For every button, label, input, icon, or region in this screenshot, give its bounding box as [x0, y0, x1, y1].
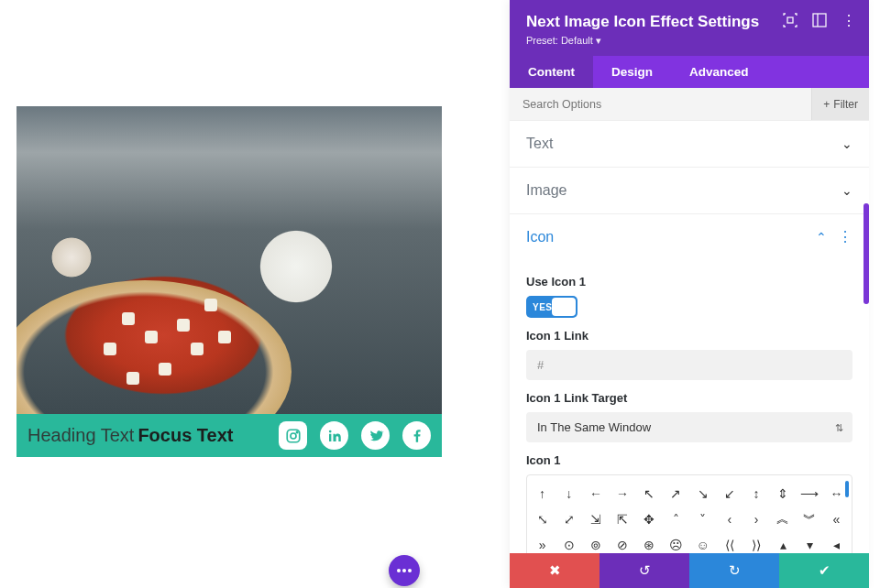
section-image: Image ⌄	[510, 168, 869, 214]
icon-circle-right[interactable]: ⊛	[636, 532, 663, 553]
section-text: Text ⌄	[510, 121, 869, 168]
icon-caret-down[interactable]: ˅	[689, 506, 716, 532]
preview-caption-bar: Heading Text Focus Text	[16, 414, 442, 457]
icon-double-left[interactable]: «	[823, 506, 850, 532]
icon-arrow-sw[interactable]: ↙	[716, 481, 742, 506]
panel-header: Next Image Icon Effect Settings Preset: …	[510, 0, 869, 56]
layout-icon[interactable]	[812, 13, 827, 27]
icon-compress-out[interactable]: ⇱	[610, 506, 636, 532]
settings-panel: Next Image Icon Effect Settings Preset: …	[510, 0, 869, 588]
preview-canvas: Heading Text Focus Text	[16, 106, 442, 457]
icon-circle-left[interactable]: ⊘	[610, 532, 636, 553]
icon-arrow-right-long[interactable]: ⟶	[797, 481, 823, 506]
preview-image	[16, 106, 442, 414]
icon-arrow-se[interactable]: ↘	[689, 481, 716, 506]
select-arrows-icon: ⇅	[835, 421, 843, 433]
icon-circle-double-right[interactable]: ⟩⟩	[742, 532, 769, 553]
icon-circle-up[interactable]: ⊙	[556, 532, 582, 553]
icon-arrow-updown2[interactable]: ⇕	[770, 481, 797, 506]
action-bar: ✖ ↺ ↻ ✔	[510, 553, 869, 588]
facebook-icon[interactable]	[402, 421, 431, 450]
search-row: + Filter	[510, 88, 869, 121]
use-icon-1-toggle[interactable]: YES	[526, 296, 578, 318]
icon-expand-ne[interactable]: ⤢	[556, 506, 582, 532]
icon-triangle-left[interactable]: ◂	[823, 532, 850, 553]
icon-arrow-right[interactable]: →	[610, 481, 636, 506]
icon-caret-up[interactable]: ˄	[663, 506, 689, 532]
fab-more-button[interactable]	[389, 555, 420, 586]
icon-1-link-input[interactable]	[526, 350, 852, 380]
save-button[interactable]: ✔	[779, 553, 869, 588]
toggle-knob	[552, 298, 576, 316]
instagram-icon[interactable]	[279, 421, 307, 450]
tab-content[interactable]: Content	[510, 56, 593, 88]
panel-scrollbar[interactable]	[864, 203, 869, 304]
use-icon-1-label: Use Icon 1	[526, 275, 852, 289]
plus-icon: +	[823, 98, 830, 111]
icon-circle-down[interactable]: ⊚	[582, 532, 609, 553]
icon-1-link-target-select[interactable]	[526, 412, 852, 442]
panel-body: Text ⌄ Image ⌄ Icon ⌃ ⋮ Use Icon 1	[510, 121, 869, 553]
twitter-icon[interactable]	[361, 421, 390, 450]
icon-arrow-ne[interactable]: ↗	[663, 481, 689, 506]
focus-mode-icon[interactable]	[783, 13, 798, 27]
icon-move[interactable]: ✥	[636, 506, 663, 532]
tab-advanced[interactable]: Advanced	[671, 56, 767, 88]
icon-arrow-left[interactable]: ←	[582, 481, 609, 506]
tab-design[interactable]: Design	[593, 56, 671, 88]
icon-arrow-nw[interactable]: ↖	[636, 481, 663, 506]
focus-text: Focus Text	[138, 425, 233, 446]
svg-point-4	[328, 430, 331, 432]
icon-triangle-up[interactable]: ▴	[770, 532, 797, 553]
icon-caret-left[interactable]: ‹	[716, 506, 742, 532]
icon-picker: ↑ ↓ ← → ↖ ↗ ↘ ↙ ↕ ⇕ ⟶ ↔	[526, 474, 852, 553]
icon-emoji-happy[interactable]: ☺	[689, 532, 716, 553]
icon-double-down[interactable]: ︾	[797, 506, 823, 532]
search-input[interactable]	[510, 98, 811, 111]
icon-arrow-down[interactable]: ↓	[556, 481, 582, 506]
redo-button[interactable]: ↻	[689, 553, 779, 588]
filter-button[interactable]: + Filter	[811, 88, 869, 120]
icon-caret-right[interactable]: ›	[742, 506, 769, 532]
icon-arrow-updown[interactable]: ↕	[742, 481, 769, 506]
icon-1-link-label: Icon 1 Link	[526, 329, 852, 343]
svg-rect-6	[813, 14, 826, 27]
section-image-header[interactable]: Image ⌄	[510, 168, 869, 213]
icon-arrow-up[interactable]: ↑	[529, 481, 556, 506]
icon-expand-nw[interactable]: ⤡	[529, 506, 556, 532]
icon-compress-in[interactable]: ⇲	[582, 506, 609, 532]
chevron-down-icon: ⌄	[842, 183, 852, 198]
section-text-header[interactable]: Text ⌄	[510, 121, 869, 167]
chevron-down-icon: ▾	[596, 35, 601, 46]
icon-double-right[interactable]: »	[529, 532, 556, 553]
social-icons-row	[279, 421, 431, 450]
icon-1-link-target-label: Icon 1 Link Target	[526, 391, 852, 405]
heading-text: Heading Text	[28, 425, 134, 446]
chevron-up-icon: ⌃	[816, 230, 827, 245]
icon-double-up[interactable]: ︽	[770, 506, 797, 532]
section-icon-header[interactable]: Icon ⌃ ⋮	[510, 214, 869, 260]
section-icon: Icon ⌃ ⋮ Use Icon 1 YES Icon 1 Link	[510, 214, 869, 553]
icon-picker-scrollbar[interactable]	[845, 481, 849, 497]
icon-emoji-sad[interactable]: ☹	[663, 532, 689, 553]
caption-text: Heading Text Focus Text	[28, 425, 233, 446]
panel-tabs: Content Design Advanced	[510, 56, 869, 88]
kebab-menu-icon[interactable]: ⋮	[842, 13, 856, 27]
icon-1-picker-label: Icon 1	[526, 453, 852, 467]
cancel-button[interactable]: ✖	[510, 553, 600, 588]
preset-row[interactable]: Preset: Default ▾	[526, 35, 852, 47]
chevron-down-icon: ⌄	[842, 136, 852, 151]
undo-button[interactable]: ↺	[600, 553, 689, 588]
icon-triangle-down[interactable]: ▾	[797, 532, 823, 553]
svg-rect-3	[329, 433, 331, 441]
svg-point-1	[291, 433, 296, 439]
svg-point-2	[296, 431, 298, 433]
icon-circle-double-left[interactable]: ⟨⟨	[716, 532, 742, 553]
svg-rect-5	[787, 17, 793, 23]
linkedin-icon[interactable]	[320, 421, 348, 450]
